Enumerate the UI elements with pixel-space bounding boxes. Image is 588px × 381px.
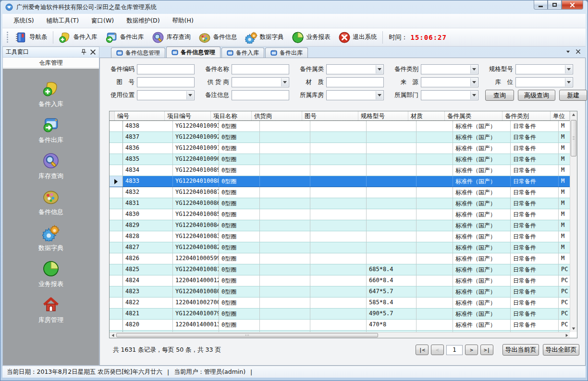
- table-cell[interactable]: [260, 198, 310, 209]
- text-input-field[interactable]: [232, 90, 289, 100]
- sidebar-item-parts-in[interactable]: 备件入库: [38, 80, 63, 108]
- table-cell[interactable]: [260, 165, 310, 176]
- table-cell[interactable]: 4830: [123, 209, 173, 220]
- table-cell[interactable]: [260, 187, 310, 198]
- table-cell[interactable]: [310, 154, 367, 165]
- chevron-down-icon[interactable]: [186, 91, 194, 99]
- table-cell[interactable]: 0型圈: [219, 176, 260, 187]
- table-cell[interactable]: [416, 209, 453, 220]
- text-input-field[interactable]: [326, 77, 384, 87]
- column-header[interactable]: 单位: [551, 111, 570, 120]
- dropdown-field[interactable]: [421, 77, 478, 87]
- table-cell[interactable]: [260, 176, 310, 187]
- table-cell[interactable]: [367, 121, 416, 131]
- chevron-down-icon[interactable]: [470, 91, 478, 99]
- chevron-down-icon[interactable]: [376, 91, 383, 99]
- table-cell[interactable]: 标准件（国产）: [453, 231, 511, 242]
- menu-item[interactable]: 辅助工具(T): [40, 14, 85, 27]
- table-cell[interactable]: 标准件（国产）: [453, 298, 511, 308]
- table-cell[interactable]: 660*8.4: [367, 275, 416, 286]
- table-cell[interactable]: [367, 143, 416, 154]
- table-cell[interactable]: 日常备件: [511, 132, 559, 143]
- table-cell[interactable]: 0型圈: [219, 253, 260, 264]
- selected-row-pointer-icon[interactable]: [110, 176, 123, 187]
- dock-group-title[interactable]: 仓库管理: [3, 58, 99, 68]
- table-cell[interactable]: 日常备件: [511, 298, 559, 308]
- column-header[interactable]: 项目编号: [165, 111, 211, 120]
- table-cell[interactable]: [416, 176, 453, 187]
- row-indicator[interactable]: [110, 154, 123, 165]
- table-row[interactable]: 4833YG122040100880型圈标准件（国产）日常备件M: [110, 176, 577, 187]
- row-indicator[interactable]: [110, 187, 123, 198]
- row-indicator[interactable]: [110, 264, 123, 275]
- table-cell[interactable]: 标准件（国产）: [453, 132, 511, 143]
- table-cell[interactable]: 0型圈: [219, 309, 260, 319]
- table-cell[interactable]: [367, 165, 416, 176]
- table-cell[interactable]: 日常备件: [511, 165, 559, 176]
- column-header[interactable]: 供货商: [252, 111, 302, 120]
- table-cell[interactable]: [416, 220, 453, 231]
- scroll-right-icon[interactable]: [564, 333, 570, 338]
- table-cell[interactable]: 日常备件: [511, 275, 559, 286]
- table-cell[interactable]: [367, 242, 416, 253]
- table-cell[interactable]: [260, 143, 310, 154]
- toolbar-button[interactable]: 数据字典: [241, 30, 288, 45]
- menu-item[interactable]: 数据维护(D): [120, 14, 166, 27]
- table-cell[interactable]: [416, 320, 453, 330]
- column-header[interactable]: 图号: [302, 111, 358, 120]
- table-cell[interactable]: [310, 298, 367, 308]
- table-row[interactable]: 4821YG122040100790型圈490*5.7标准件（国产）日常备件PC: [110, 309, 577, 320]
- table-cell[interactable]: 日常备件: [511, 121, 559, 131]
- table-cell[interactable]: 日常备件: [511, 264, 559, 275]
- table-cell[interactable]: [416, 298, 453, 308]
- table-row[interactable]: 482612204010005990型圈标准件（国产）日常备件M: [110, 253, 577, 264]
- table-cell[interactable]: [416, 275, 453, 286]
- toolbar-button[interactable]: 备件出库: [101, 30, 148, 45]
- row-indicator[interactable]: [110, 253, 123, 264]
- table-cell[interactable]: YG12204010088: [173, 176, 219, 187]
- table-cell[interactable]: 470*8: [367, 320, 416, 330]
- table-cell[interactable]: [310, 309, 367, 319]
- column-header[interactable]: 备件类别: [502, 111, 551, 120]
- table-cell[interactable]: 标准件（国产）: [453, 242, 511, 253]
- row-indicator[interactable]: [110, 121, 123, 131]
- table-cell[interactable]: 4831: [123, 198, 173, 209]
- toolbar-button[interactable]: 退出系统: [334, 30, 381, 45]
- table-cell[interactable]: [367, 231, 416, 242]
- table-row[interactable]: 482412204014000120型圈660*8.4标准件（国产）日常备件PC: [110, 275, 577, 286]
- first-page-button[interactable]: |<: [416, 345, 429, 355]
- table-cell[interactable]: 标准件（国产）: [453, 220, 511, 231]
- tab-备件信息管理[interactable]: 备件信息管理: [166, 47, 220, 58]
- table-cell[interactable]: 0型圈: [219, 209, 260, 220]
- table-cell[interactable]: [310, 231, 367, 242]
- table-cell[interactable]: 标准件（国产）: [453, 143, 511, 154]
- vertical-scrollbar[interactable]: [570, 111, 577, 332]
- table-cell[interactable]: [310, 242, 367, 253]
- table-cell[interactable]: YG12204010085: [173, 209, 219, 220]
- table-cell[interactable]: 标准件（国产）: [453, 154, 511, 165]
- dropdown-field[interactable]: [421, 90, 478, 100]
- table-cell[interactable]: 4824: [123, 275, 173, 286]
- text-input-field[interactable]: [232, 64, 289, 74]
- sidebar-item-parts-info[interactable]: 备件信息: [38, 188, 63, 216]
- table-cell[interactable]: [310, 121, 367, 131]
- table-cell[interactable]: [416, 309, 453, 319]
- page-number-input[interactable]: [446, 345, 463, 355]
- table-row[interactable]: 4836YG122040100910型圈标准件（国产）日常备件M: [110, 143, 577, 154]
- table-cell[interactable]: [367, 176, 416, 187]
- table-cell[interactable]: 标准件（国产）: [453, 198, 511, 209]
- dropdown-field[interactable]: [326, 64, 384, 74]
- table-cell[interactable]: [260, 309, 310, 319]
- table-cell[interactable]: [416, 286, 453, 297]
- row-indicator[interactable]: [110, 132, 123, 143]
- dropdown-field[interactable]: [515, 77, 573, 87]
- column-header[interactable]: 编号: [115, 111, 165, 120]
- table-cell[interactable]: 0型圈: [219, 231, 260, 242]
- table-cell[interactable]: 日常备件: [511, 320, 559, 330]
- table-cell[interactable]: 日常备件: [511, 309, 559, 319]
- table-cell[interactable]: YG12204010082: [173, 242, 219, 253]
- row-indicator[interactable]: [110, 220, 123, 231]
- table-cell[interactable]: 4834: [123, 165, 173, 176]
- query-button[interactable]: 查询: [485, 90, 514, 101]
- row-indicator[interactable]: [110, 298, 123, 308]
